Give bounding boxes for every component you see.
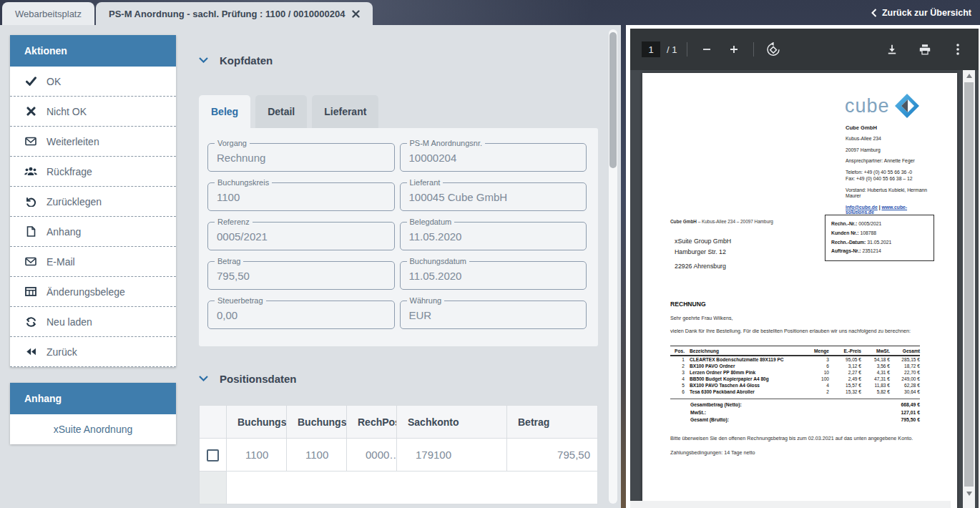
zoom-in-button[interactable] xyxy=(725,40,743,59)
company-line: 20097 Hamburg xyxy=(846,147,936,154)
zoom-out-button[interactable] xyxy=(697,40,716,59)
invoice-item-row: 1 CLEARTEX Bodenschutzmatte 89X119 PC 3 … xyxy=(670,356,920,363)
field-label: Betrag xyxy=(215,257,243,265)
pdf-vertical-scrollbar[interactable] xyxy=(963,70,975,508)
item-total: 30,64 € xyxy=(890,389,920,395)
sidebar: Aktionen OK Nicht OK Weiterleiten xyxy=(10,35,176,508)
item-vat: 47,31 € xyxy=(861,376,890,382)
positionsdaten-section-header[interactable]: Positionsdaten xyxy=(199,372,598,385)
content-scrollbar[interactable] xyxy=(609,29,617,504)
action-label: Nicht OK xyxy=(46,106,87,117)
field-lieferant: Lieferant 100045 Cube GmbH xyxy=(400,182,587,211)
rotate-icon[interactable] xyxy=(764,40,783,59)
invoice-title: RECHNUNG xyxy=(670,301,706,308)
item-total: 22,70 € xyxy=(890,369,920,376)
check-icon xyxy=(24,77,37,86)
action-neu-laden[interactable]: Neu laden xyxy=(10,307,176,337)
cell-rechpos: 0000… xyxy=(347,439,397,472)
info-label: Rechn.-Datum: xyxy=(831,240,866,245)
field-waehrung: Währung EUR xyxy=(400,301,587,329)
chevron-down-icon xyxy=(199,57,208,63)
tab-detail[interactable]: Detail xyxy=(255,95,307,128)
action-label: Zurücklegen xyxy=(46,196,102,207)
close-tab-icon[interactable] xyxy=(352,10,360,18)
payment-note: Bitte überweisen Sie den offenen Rechnun… xyxy=(670,435,913,441)
invoice-info-box: Rechn.-Nr.: 0005/2021 Kunden Nr.: 108788… xyxy=(825,215,934,261)
pdf-scrollbar-thumb[interactable] xyxy=(964,82,974,487)
tab-psm-anordnung[interactable]: PS-M Anordnung - sachl. Prüfung : 1100 /… xyxy=(96,2,373,25)
panel-divider xyxy=(621,25,626,508)
page-number-input[interactable]: 1 xyxy=(642,41,660,57)
action-ok[interactable]: OK xyxy=(10,67,176,97)
action-label: Anhang xyxy=(46,226,81,238)
attachments-card: Anhang xSuite Anordnung xyxy=(10,383,176,444)
attachment-xsuite-anordnung[interactable]: xSuite Anordnung xyxy=(10,414,176,444)
tab-beleg[interactable]: Beleg xyxy=(199,95,250,128)
empty-cell xyxy=(227,472,598,504)
scroll-down-icon[interactable] xyxy=(963,488,975,499)
pdf-document-area: cube xyxy=(630,70,979,508)
action-anhang[interactable]: Anhang xyxy=(10,217,176,247)
col-gesamt: Gesamt xyxy=(890,346,920,356)
action-rueckfrage[interactable]: Rückfrage xyxy=(10,157,176,187)
row-checkbox[interactable] xyxy=(207,449,219,461)
info-label: Auftrags-Nr.: xyxy=(831,248,861,253)
action-zuruecklegen[interactable]: Zurücklegen xyxy=(10,187,176,217)
total-value: 668,49 € xyxy=(901,401,920,409)
action-email[interactable]: E-Mail xyxy=(10,247,176,277)
item-price: 15,32 € xyxy=(829,389,861,395)
scroll-up-icon[interactable] xyxy=(963,70,975,82)
users-icon xyxy=(24,167,37,176)
field-betrag: Betrag 795,50 xyxy=(207,261,395,290)
company-line: Kubus-Allee 234 xyxy=(846,136,936,142)
print-icon[interactable] xyxy=(916,40,934,59)
row-checkbox-cell xyxy=(200,472,227,504)
item-pos: 4 xyxy=(670,376,685,382)
action-label: Änderungsbelege xyxy=(46,286,125,298)
email-link[interactable]: info@cube.de xyxy=(846,205,878,210)
cube-logo: cube xyxy=(845,93,920,119)
scrollbar-thumb[interactable] xyxy=(609,32,617,168)
col-buchungskreis: Buchungs… xyxy=(227,406,287,439)
tab-bar: Webarbeitsplatz PS-M Anordnung - sachl. … xyxy=(0,0,373,25)
field-label: Vorgang xyxy=(215,139,250,147)
kebab-menu-icon[interactable] xyxy=(949,40,967,59)
total-label: MwSt.: xyxy=(690,409,706,417)
sender-address: – Kubus-Allee 234 – 20097 Hamburg xyxy=(697,219,773,224)
recipient-address: xSuite Group GmbH Hamburger Str. 12 2292… xyxy=(675,236,731,272)
sender-line: Cube GmbH – Kubus-Allee 234 – 20097 Hamb… xyxy=(670,219,773,224)
row-checkbox-cell xyxy=(200,439,227,472)
field-buchungsdatum: Buchungsdatum 11.05.2020 xyxy=(400,261,587,290)
field-label: PS-M Anordnungsnr. xyxy=(407,139,486,147)
actions-card-title: Aktionen xyxy=(10,35,176,67)
item-price: 95,05 € xyxy=(829,356,861,363)
back-link-label: Zurück zur Übersicht xyxy=(882,8,971,18)
invoice-totals: Gesamtbetrag (Netto):668,49 € MwSt.:127,… xyxy=(670,399,920,424)
action-weiterleiten[interactable]: Weiterleiten xyxy=(10,127,176,157)
field-label: Referenz xyxy=(215,218,253,226)
item-qty: 2 xyxy=(806,389,829,395)
info-value: 0005/2021 xyxy=(858,221,881,226)
item-name: BX100 PAVO Ordner xyxy=(685,363,806,369)
kopfdaten-section-header[interactable]: Kopfdaten xyxy=(199,54,598,67)
item-vat: 5,82 € xyxy=(861,389,890,395)
download-icon[interactable] xyxy=(883,40,901,59)
select-all-header-cell xyxy=(200,406,227,439)
action-aenderungsbelege[interactable]: Änderungsbelege xyxy=(10,277,176,307)
sender-company: Cube GmbH xyxy=(670,219,697,224)
action-nicht-ok[interactable]: Nicht OK xyxy=(10,97,176,127)
action-zurueck[interactable]: Zurück xyxy=(10,337,176,367)
tab-lieferant[interactable]: Lieferant xyxy=(312,95,378,128)
col-epreis: E.-Preis xyxy=(829,346,861,356)
invoice-page: cube xyxy=(642,73,957,508)
invoice-greeting: Sehr geehrte Frau Wilkens, xyxy=(670,315,733,321)
pdf-horizontal-scrollbar[interactable] xyxy=(630,501,951,508)
tab-webarbeitsplatz[interactable]: Webarbeitsplatz xyxy=(2,2,94,25)
back-to-overview-link[interactable]: Zurück zur Übersicht xyxy=(871,0,971,25)
item-total: 285,15 € xyxy=(890,356,920,363)
action-label: Zurück xyxy=(46,346,77,358)
pdf-page-container: cube xyxy=(630,70,963,508)
item-qty: 100 xyxy=(806,376,829,382)
recipient-line: 22926 Ahrensburg xyxy=(675,261,731,272)
chevron-left-icon xyxy=(871,9,877,17)
